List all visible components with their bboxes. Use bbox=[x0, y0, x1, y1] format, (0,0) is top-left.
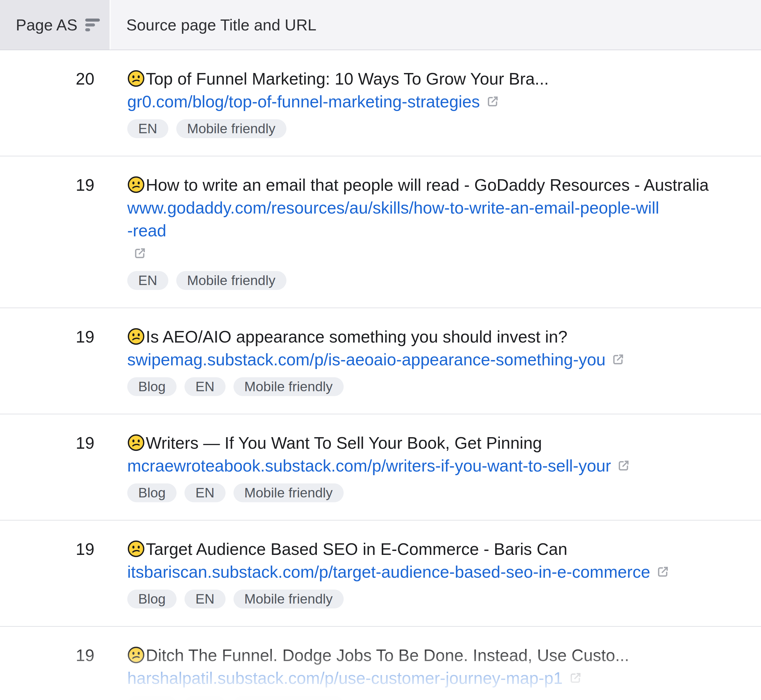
badge-list: BlogENMobile friendly bbox=[127, 377, 749, 396]
confused-face-emoji bbox=[127, 646, 145, 664]
source-page-title: Target Audience Based SEO in E-Commerce … bbox=[127, 538, 749, 561]
source-page-url-link[interactable]: gr0.com/blog/top-of-funnel-marketing-str… bbox=[127, 92, 480, 111]
source-page-title: How to write an email that people will r… bbox=[127, 173, 749, 197]
column-header-page-as-label: Page AS bbox=[16, 16, 77, 34]
badge-en: EN bbox=[127, 271, 168, 290]
badge-list: BlogENMobile friendly bbox=[127, 483, 749, 502]
source-page-url-line: itsbariscan.substack.com/p/target-audien… bbox=[127, 561, 749, 583]
source-cell: Ditch The Funnel. Dodge Jobs To Be Done.… bbox=[111, 627, 761, 700]
column-header-page-as[interactable]: Page AS bbox=[0, 0, 111, 50]
source-page-title-text: Is AEO/AIO appearance something you shou… bbox=[146, 327, 567, 346]
source-page-title: Writers — If You Want To Sell Your Book,… bbox=[127, 431, 749, 455]
column-header-source-label: Source page Title and URL bbox=[126, 16, 316, 34]
external-link-icon[interactable] bbox=[568, 671, 582, 685]
page-as-score: 19 bbox=[0, 156, 111, 308]
source-page-title-text: Target Audience Based SEO in E-Commerce … bbox=[146, 540, 567, 559]
confused-face-emoji bbox=[127, 540, 145, 558]
source-cell: Target Audience Based SEO in E-Commerce … bbox=[111, 520, 761, 626]
badge-en: EN bbox=[185, 589, 225, 608]
table-row: 19 How to write an email that people wil… bbox=[0, 156, 761, 308]
table-row: 19 Writers — If You Want To Sell Your Bo… bbox=[0, 414, 761, 520]
page-as-score: 19 bbox=[0, 414, 111, 520]
page-as-score: 19 bbox=[0, 308, 111, 414]
source-page-title: Ditch The Funnel. Dodge Jobs To Be Done.… bbox=[127, 644, 749, 667]
source-page-url-link[interactable]: harshalpatil.substack.com/p/use-customer… bbox=[127, 669, 563, 688]
table-row: 19 Target Audience Based SEO in E-Commer… bbox=[0, 520, 761, 627]
external-link-icon[interactable] bbox=[656, 565, 670, 579]
table-header: Page AS Source page Title and URL bbox=[0, 0, 761, 50]
badge-en: EN bbox=[185, 483, 225, 502]
source-page-title-text: How to write an email that people will r… bbox=[146, 175, 709, 194]
badge-mobile-friendly: Mobile friendly bbox=[233, 377, 344, 396]
confused-face-emoji bbox=[127, 176, 145, 194]
badge-mobile-friendly: Mobile friendly bbox=[176, 271, 287, 290]
source-page-title: Top of Funnel Marketing: 10 Ways To Grow… bbox=[127, 67, 749, 91]
source-page-url-line: mcraewroteabook.substack.com/p/writers-i… bbox=[127, 455, 749, 477]
table-row: 19 Ditch The Funnel. Dodge Jobs To Be Do… bbox=[0, 627, 761, 700]
source-page-url-line: www.godaddy.com/resources/au/skills/how-… bbox=[127, 197, 749, 265]
badge-mobile-friendly: Mobile friendly bbox=[233, 483, 344, 502]
badge-blog: Blog bbox=[127, 377, 177, 396]
source-page-url-line: harshalpatil.substack.com/p/use-customer… bbox=[127, 667, 749, 690]
source-page-url-link[interactable]: mcraewroteabook.substack.com/p/writers-i… bbox=[127, 456, 611, 475]
badge-mobile-friendly: Mobile friendly bbox=[233, 589, 344, 608]
table-row: 19 Is AEO/AIO appearance something you s… bbox=[0, 308, 761, 414]
source-page-url-line: swipemag.substack.com/p/is-aeoaio-appear… bbox=[127, 348, 749, 371]
source-page-url-link[interactable]: itsbariscan.substack.com/p/target-audien… bbox=[127, 562, 650, 581]
results-table-body: 20 Top of Funnel Marketing: 10 Ways To G… bbox=[0, 50, 761, 700]
source-cell: How to write an email that people will r… bbox=[111, 156, 761, 308]
source-page-url-link[interactable]: swipemag.substack.com/p/is-aeoaio-appear… bbox=[127, 350, 606, 369]
external-link-icon[interactable] bbox=[133, 247, 147, 260]
confused-face-emoji bbox=[127, 434, 145, 452]
source-page-title-text: Writers — If You Want To Sell Your Book,… bbox=[146, 433, 542, 452]
badge-en: EN bbox=[185, 377, 225, 396]
badge-en: EN bbox=[185, 696, 225, 700]
page-as-score: 19 bbox=[0, 520, 111, 626]
badge-blog: Blog bbox=[127, 483, 177, 502]
confused-face-emoji bbox=[127, 70, 145, 87]
badge-blog: Blog bbox=[127, 589, 177, 608]
source-page-title: Is AEO/AIO appearance something you shou… bbox=[127, 325, 749, 348]
source-page-url-link[interactable]: www.godaddy.com/resources/au/skills/how-… bbox=[127, 198, 749, 242]
source-cell: Writers — If You Want To Sell Your Book,… bbox=[111, 414, 761, 520]
source-page-title-text: Ditch The Funnel. Dodge Jobs To Be Done.… bbox=[146, 646, 629, 665]
column-header-source: Source page Title and URL bbox=[111, 0, 761, 50]
table-row: 20 Top of Funnel Marketing: 10 Ways To G… bbox=[0, 50, 761, 156]
badge-blog: Blog bbox=[127, 696, 177, 700]
badge-list: ENMobile friendly bbox=[127, 271, 749, 290]
source-page-url-line: gr0.com/blog/top-of-funnel-marketing-str… bbox=[127, 91, 749, 113]
source-cell: Top of Funnel Marketing: 10 Ways To Grow… bbox=[111, 50, 761, 156]
page-as-score: 19 bbox=[0, 627, 111, 700]
external-link-icon[interactable] bbox=[616, 459, 630, 473]
badge-list: BlogENMobile friendly bbox=[127, 589, 749, 608]
external-link-icon[interactable] bbox=[611, 353, 625, 367]
badge-mobile-friendly: Mobile friendly bbox=[233, 696, 344, 700]
source-page-title-text: Top of Funnel Marketing: 10 Ways To Grow… bbox=[146, 69, 549, 88]
external-link-icon[interactable] bbox=[485, 95, 500, 109]
confused-face-emoji bbox=[127, 328, 145, 345]
badge-en: EN bbox=[127, 119, 168, 138]
source-cell: Is AEO/AIO appearance something you shou… bbox=[111, 308, 761, 414]
badge-list: BlogENMobile friendly bbox=[127, 696, 749, 700]
page-as-score: 20 bbox=[0, 50, 111, 156]
badge-mobile-friendly: Mobile friendly bbox=[176, 119, 287, 138]
badge-list: ENMobile friendly bbox=[127, 119, 749, 138]
sort-descending-icon[interactable] bbox=[85, 18, 100, 32]
